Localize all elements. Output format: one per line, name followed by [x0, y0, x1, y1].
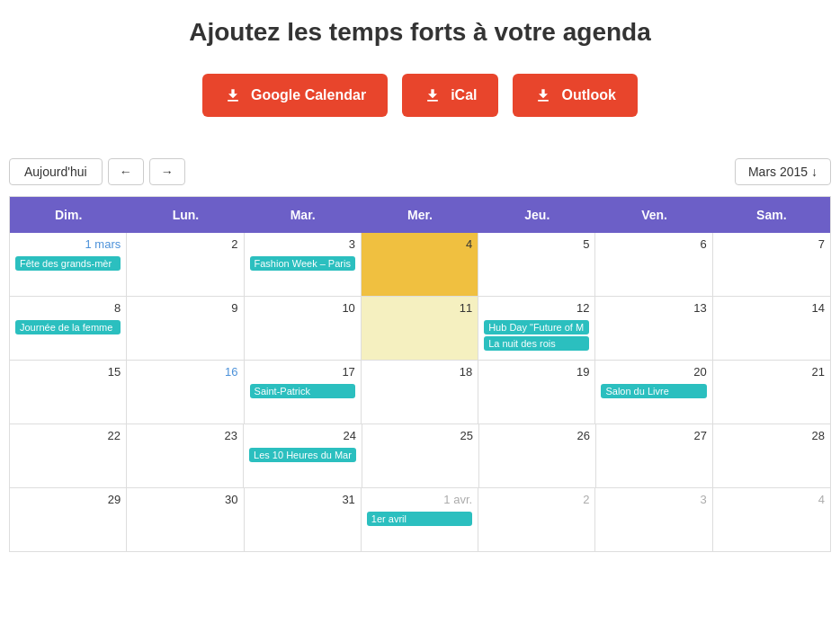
header-mon: Lun. [127, 197, 244, 233]
ical-button[interactable]: iCal [402, 74, 498, 117]
google-calendar-button[interactable]: Google Calendar [202, 74, 388, 117]
header-sat: Sam. [713, 197, 830, 233]
calendar-week-5: 2930311 avr.1er avril234 [10, 488, 830, 551]
month-selector-button[interactable]: Mars 2015 ↓ [735, 158, 831, 185]
calendar-day[interactable]: 17Saint-Patrick [245, 361, 362, 423]
calendar-day[interactable]: 31 [245, 488, 362, 551]
calendar-day[interactable]: 27 [596, 424, 713, 487]
calendar-day[interactable]: 25 [362, 424, 479, 487]
calendar-day[interactable]: 12Hub Day "Future of MLa nuit des rois [478, 297, 595, 360]
header-wed: Mer. [362, 197, 478, 233]
google-calendar-label: Google Calendar [251, 87, 366, 103]
calendar-day[interactable]: 18 [362, 361, 478, 423]
outlook-button[interactable]: Outlook [513, 74, 637, 117]
calendar-day[interactable]: 3Fashion Week – Paris [245, 233, 362, 296]
download-icon-outlook [534, 86, 552, 104]
day-number: 14 [719, 300, 825, 316]
calendar-day[interactable]: 2 [127, 233, 244, 296]
day-number: 24 [249, 428, 356, 444]
nav-left-controls: Aujourd'hui ← → [9, 158, 185, 185]
day-number: 20 [601, 364, 706, 380]
calendar-day[interactable]: 28 [713, 424, 830, 487]
calendar-day[interactable]: 3 [595, 488, 712, 551]
today-button[interactable]: Aujourd'hui [9, 158, 103, 185]
calendar-day[interactable]: 11 [362, 297, 478, 360]
day-number: 7 [719, 236, 825, 253]
calendar-day[interactable]: 21 [713, 361, 830, 423]
calendar-week-1: 1 marsFête des grands-mèr23Fashion Week … [10, 233, 830, 297]
day-number: 1 avr. [367, 492, 472, 508]
day-number: 15 [15, 364, 121, 380]
calendar-event[interactable]: Fête des grands-mèr [15, 256, 121, 271]
day-number: 4 [719, 492, 825, 508]
day-number: 26 [485, 428, 590, 444]
calendar-buttons-row: Google Calendar iCal Outlook [9, 74, 831, 117]
download-icon-google [224, 86, 242, 104]
day-number: 27 [602, 428, 707, 444]
day-number: 30 [132, 492, 237, 508]
calendar-week-3: 151617Saint-Patrick181920Salon du Livre2… [10, 361, 830, 424]
calendar-day[interactable]: 22 [10, 424, 127, 487]
day-number: 3 [250, 236, 355, 253]
calendar-day[interactable]: 19 [478, 361, 595, 423]
day-number: 6 [601, 236, 706, 253]
calendar-day[interactable]: 15 [10, 361, 127, 423]
day-number: 28 [719, 428, 825, 444]
day-number: 2 [484, 492, 589, 508]
calendar-event[interactable]: Fashion Week – Paris [250, 256, 355, 271]
day-number: 19 [484, 364, 589, 380]
day-number: 25 [368, 428, 473, 444]
calendar-day[interactable]: 4 [362, 233, 478, 296]
outlook-label: Outlook [561, 87, 615, 103]
day-number: 5 [484, 236, 589, 253]
day-number: 23 [132, 428, 237, 444]
calendar-week-4: 222324Les 10 Heures du Mar25262728 [10, 424, 830, 488]
prev-button[interactable]: ← [108, 158, 144, 185]
calendar-event[interactable]: La nuit des rois [484, 336, 589, 351]
calendar-day[interactable]: 24Les 10 Heures du Mar [244, 424, 362, 487]
page-title: Ajoutez les temps forts à votre agenda [9, 18, 831, 47]
calendar-day[interactable]: 5 [478, 233, 595, 296]
calendar-event[interactable]: Salon du Livre [601, 384, 706, 398]
calendar-day[interactable]: 1 avr.1er avril [362, 488, 478, 551]
header-thu: Jeu. [478, 197, 595, 233]
calendar-day[interactable]: 16 [127, 361, 244, 423]
calendar-day[interactable]: 8Journée de la femme [10, 297, 127, 360]
day-number: 1 mars [15, 236, 121, 253]
calendar-event[interactable]: Hub Day "Future of M [484, 320, 589, 334]
day-number: 21 [719, 364, 825, 380]
calendar-day[interactable]: 23 [127, 424, 244, 487]
calendar-event[interactable]: Journée de la femme [15, 320, 121, 334]
ical-label: iCal [451, 87, 477, 103]
calendar-day[interactable]: 29 [10, 488, 127, 551]
next-button[interactable]: → [149, 158, 185, 185]
calendar-day[interactable]: 9 [127, 297, 244, 360]
calendar-day[interactable]: 4 [713, 488, 830, 551]
calendar-event[interactable]: Les 10 Heures du Mar [249, 448, 356, 462]
calendar-day[interactable]: 26 [479, 424, 596, 487]
day-number: 13 [601, 300, 706, 316]
calendar-event[interactable]: 1er avril [367, 512, 472, 526]
calendar-day[interactable]: 1 marsFête des grands-mèr [10, 233, 127, 296]
day-number: 29 [15, 492, 121, 508]
calendar-day[interactable]: 7 [713, 233, 830, 296]
header-tue: Mar. [245, 197, 362, 233]
calendar-day[interactable]: 6 [595, 233, 712, 296]
calendar-event[interactable]: Saint-Patrick [250, 384, 355, 398]
day-number: 31 [250, 492, 355, 508]
calendar-day[interactable]: 30 [127, 488, 244, 551]
calendar-body: 1 marsFête des grands-mèr23Fashion Week … [10, 233, 830, 551]
day-number: 8 [15, 300, 121, 316]
calendar-day[interactable]: 20Salon du Livre [595, 361, 712, 423]
day-number: 3 [601, 492, 706, 508]
day-number: 12 [484, 300, 589, 316]
header-fri: Ven. [595, 197, 712, 233]
calendar-day[interactable]: 14 [713, 297, 830, 360]
calendar-nav: Aujourd'hui ← → Mars 2015 ↓ [9, 153, 831, 191]
calendar-day[interactable]: 10 [245, 297, 362, 360]
day-number: 9 [132, 300, 237, 316]
calendar-day[interactable]: 2 [478, 488, 595, 551]
day-number: 4 [367, 236, 472, 253]
calendar-day[interactable]: 13 [595, 297, 712, 360]
day-number: 2 [132, 236, 237, 253]
